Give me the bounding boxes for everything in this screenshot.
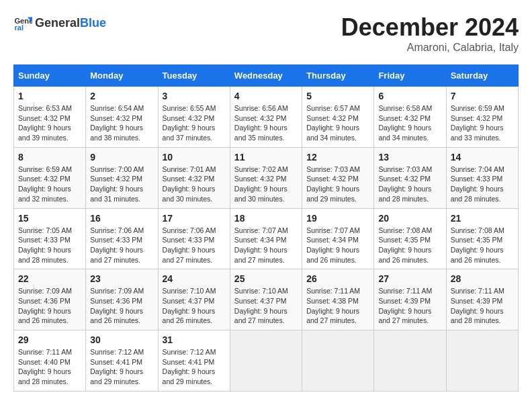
header-thursday: Thursday [302, 65, 374, 87]
day-info: Sunrise: 7:11 AMSunset: 4:40 PMDaylight:… [18, 348, 72, 385]
day-info: Sunrise: 6:56 AMSunset: 4:32 PMDaylight:… [234, 104, 288, 142]
day-number: 17 [163, 213, 226, 224]
day-info: Sunrise: 6:58 AMSunset: 4:32 PMDaylight:… [378, 104, 432, 142]
day-info: Sunrise: 7:10 AMSunset: 4:37 PMDaylight:… [163, 287, 216, 324]
calendar-week-1: 1 Sunrise: 6:53 AMSunset: 4:32 PMDayligh… [14, 87, 519, 148]
header-monday: Monday [86, 65, 158, 87]
day-number: 12 [306, 152, 369, 163]
day-number: 16 [90, 213, 153, 224]
day-number: 26 [306, 273, 369, 284]
logo-text-blue: Blue [80, 16, 106, 30]
calendar-cell-w3-d3: 17 Sunrise: 7:06 AMSunset: 4:33 PMDaylig… [158, 208, 230, 269]
calendar-cell-w5-d6 [374, 330, 446, 392]
calendar-cell-w5-d3: 31 Sunrise: 7:12 AMSunset: 4:41 PMDaylig… [158, 330, 230, 392]
calendar-cell-w1-d6: 6 Sunrise: 6:58 AMSunset: 4:32 PMDayligh… [374, 87, 446, 148]
calendar-cell-w5-d5 [302, 330, 374, 392]
day-number: 22 [18, 273, 81, 284]
calendar-cell-w1-d2: 2 Sunrise: 6:54 AMSunset: 4:32 PMDayligh… [86, 87, 158, 148]
day-info: Sunrise: 7:07 AMSunset: 4:34 PMDaylight:… [234, 226, 288, 264]
calendar-table: Sunday Monday Tuesday Wednesday Thursday… [13, 64, 519, 392]
day-number: 2 [90, 91, 153, 101]
calendar-cell-w4-d3: 24 Sunrise: 7:10 AMSunset: 4:37 PMDaylig… [158, 269, 230, 330]
day-info: Sunrise: 7:00 AMSunset: 4:32 PMDaylight:… [90, 165, 144, 203]
day-number: 9 [90, 152, 153, 163]
day-number: 19 [306, 213, 369, 224]
day-info: Sunrise: 7:05 AMSunset: 4:33 PMDaylight:… [18, 226, 72, 264]
header-tuesday: Tuesday [158, 65, 230, 87]
day-number: 15 [18, 213, 81, 224]
calendar-body: 1 Sunrise: 6:53 AMSunset: 4:32 PMDayligh… [14, 87, 519, 392]
calendar-week-2: 8 Sunrise: 6:59 AMSunset: 4:32 PMDayligh… [14, 147, 519, 208]
day-info: Sunrise: 7:02 AMSunset: 4:32 PMDaylight:… [234, 165, 288, 203]
day-info: Sunrise: 7:12 AMSunset: 4:41 PMDaylight:… [90, 348, 144, 385]
calendar-cell-w1-d4: 4 Sunrise: 6:56 AMSunset: 4:32 PMDayligh… [230, 87, 302, 148]
day-number: 27 [378, 273, 441, 284]
header-sunday: Sunday [14, 65, 86, 87]
day-number: 6 [378, 91, 441, 101]
day-info: Sunrise: 6:59 AMSunset: 4:32 PMDaylight:… [451, 104, 504, 142]
calendar-cell-w1-d5: 5 Sunrise: 6:57 AMSunset: 4:32 PMDayligh… [302, 87, 374, 148]
calendar-title: December 2024 [341, 13, 519, 42]
calendar-cell-w2-d4: 11 Sunrise: 7:02 AMSunset: 4:32 PMDaylig… [230, 147, 302, 208]
day-info: Sunrise: 7:11 AMSunset: 4:38 PMDaylight:… [306, 287, 360, 324]
day-number: 24 [163, 273, 226, 284]
day-info: Sunrise: 7:03 AMSunset: 4:32 PMDaylight:… [378, 165, 432, 203]
svg-text:ral: ral [14, 24, 24, 32]
day-info: Sunrise: 6:57 AMSunset: 4:32 PMDaylight:… [306, 104, 360, 142]
header-saturday: Saturday [446, 65, 518, 87]
calendar-cell-w3-d4: 18 Sunrise: 7:07 AMSunset: 4:34 PMDaylig… [230, 208, 302, 269]
calendar-cell-w4-d6: 27 Sunrise: 7:11 AMSunset: 4:39 PMDaylig… [374, 269, 446, 330]
day-number: 29 [18, 334, 81, 345]
calendar-cell-w5-d2: 30 Sunrise: 7:12 AMSunset: 4:41 PMDaylig… [86, 330, 158, 392]
day-number: 20 [378, 213, 441, 224]
day-info: Sunrise: 7:09 AMSunset: 4:36 PMDaylight:… [18, 287, 72, 324]
day-number: 8 [18, 152, 81, 163]
day-number: 14 [451, 152, 514, 163]
day-number: 13 [378, 152, 441, 163]
day-number: 3 [163, 91, 226, 101]
day-info: Sunrise: 7:06 AMSunset: 4:33 PMDaylight:… [90, 226, 144, 264]
day-number: 5 [306, 91, 369, 101]
header-friday: Friday [374, 65, 446, 87]
day-number: 23 [90, 273, 153, 284]
calendar-cell-w2-d2: 9 Sunrise: 7:00 AMSunset: 4:32 PMDayligh… [86, 147, 158, 208]
calendar-cell-w1-d3: 3 Sunrise: 6:55 AMSunset: 4:32 PMDayligh… [158, 87, 230, 148]
day-info: Sunrise: 7:06 AMSunset: 4:33 PMDaylight:… [163, 226, 216, 264]
day-info: Sunrise: 7:12 AMSunset: 4:41 PMDaylight:… [163, 348, 216, 385]
calendar-cell-w4-d5: 26 Sunrise: 7:11 AMSunset: 4:38 PMDaylig… [302, 269, 374, 330]
calendar-header-row: Sunday Monday Tuesday Wednesday Thursday… [14, 65, 519, 87]
calendar-week-5: 29 Sunrise: 7:11 AMSunset: 4:40 PMDaylig… [14, 330, 519, 392]
day-number: 7 [451, 91, 514, 101]
logo-text-general: General [35, 16, 80, 30]
calendar-cell-w5-d4 [230, 330, 302, 392]
day-info: Sunrise: 6:53 AMSunset: 4:32 PMDaylight:… [18, 104, 72, 142]
calendar-cell-w2-d6: 13 Sunrise: 7:03 AMSunset: 4:32 PMDaylig… [374, 147, 446, 208]
day-info: Sunrise: 7:07 AMSunset: 4:34 PMDaylight:… [306, 226, 360, 264]
calendar-week-3: 15 Sunrise: 7:05 AMSunset: 4:33 PMDaylig… [14, 208, 519, 269]
day-info: Sunrise: 7:08 AMSunset: 4:35 PMDaylight:… [451, 226, 504, 264]
page-header: Gene ral GeneralBlue December 2024 Amaro… [13, 13, 519, 54]
calendar-cell-w2-d7: 14 Sunrise: 7:04 AMSunset: 4:33 PMDaylig… [446, 147, 518, 208]
title-block: December 2024 Amaroni, Calabria, Italy [341, 13, 519, 54]
calendar-cell-w4-d4: 25 Sunrise: 7:10 AMSunset: 4:37 PMDaylig… [230, 269, 302, 330]
day-info: Sunrise: 7:11 AMSunset: 4:39 PMDaylight:… [451, 287, 504, 324]
day-number: 28 [451, 273, 514, 284]
calendar-cell-w3-d6: 20 Sunrise: 7:08 AMSunset: 4:35 PMDaylig… [374, 208, 446, 269]
day-info: Sunrise: 7:10 AMSunset: 4:37 PMDaylight:… [234, 287, 288, 324]
day-number: 18 [234, 213, 298, 224]
day-number: 31 [163, 334, 226, 345]
day-number: 21 [451, 213, 514, 224]
day-number: 11 [234, 152, 298, 163]
logo: Gene ral GeneralBlue [13, 13, 106, 32]
day-number: 1 [18, 91, 81, 101]
calendar-cell-w2-d3: 10 Sunrise: 7:01 AMSunset: 4:32 PMDaylig… [158, 147, 230, 208]
calendar-cell-w4-d2: 23 Sunrise: 7:09 AMSunset: 4:36 PMDaylig… [86, 269, 158, 330]
calendar-cell-w1-d7: 7 Sunrise: 6:59 AMSunset: 4:32 PMDayligh… [446, 87, 518, 148]
calendar-cell-w5-d1: 29 Sunrise: 7:11 AMSunset: 4:40 PMDaylig… [14, 330, 86, 392]
calendar-cell-w4-d7: 28 Sunrise: 7:11 AMSunset: 4:39 PMDaylig… [446, 269, 518, 330]
logo-icon: Gene ral [13, 13, 32, 32]
calendar-cell-w2-d1: 8 Sunrise: 6:59 AMSunset: 4:32 PMDayligh… [14, 147, 86, 208]
day-info: Sunrise: 7:11 AMSunset: 4:39 PMDaylight:… [378, 287, 432, 324]
calendar-cell-w3-d5: 19 Sunrise: 7:07 AMSunset: 4:34 PMDaylig… [302, 208, 374, 269]
day-number: 10 [163, 152, 226, 163]
